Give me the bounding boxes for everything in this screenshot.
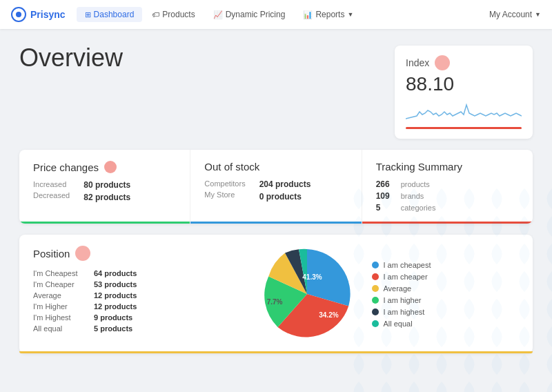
main-content: Overview Index 88.10 Price changes (0, 29, 552, 370)
account-dropdown-icon: ▼ (535, 11, 541, 18)
increased-label: Increased (33, 180, 70, 188)
increased-value: 80 products (83, 180, 130, 190)
pos-label-1: I'm Cheaper (33, 280, 88, 288)
position-bottom-bar (19, 351, 533, 353)
sparkline (406, 99, 522, 124)
price-changes-body: Increased Decreased 80 products 82 produ… (33, 180, 176, 202)
my-store-label: My Store (204, 190, 245, 199)
legend-item-0: I am cheapest (372, 261, 431, 269)
legend-label-2: Average (383, 284, 411, 293)
stats-row: Price changes Increased Decreased 80 pro… (19, 150, 533, 224)
out-of-stock-title: Out of stock (204, 161, 259, 173)
reports-dropdown-icon: ▼ (347, 11, 353, 18)
my-account-button[interactable]: My Account ▼ (489, 10, 541, 19)
categories-num: 5 (376, 203, 397, 213)
nav-item-dashboard[interactable]: ⊞ Dashboard (77, 7, 143, 22)
position-indicator (75, 246, 90, 261)
price-changes-values: 80 products 82 products (83, 180, 130, 202)
nav-item-reports[interactable]: 📊 Reports ▼ (295, 7, 362, 22)
tracking-body: 266 products 109 brands 5 categories (376, 179, 519, 213)
position-row-1: I'm Cheaper 53 products (33, 280, 171, 288)
pos-value-1: 53 products (94, 280, 137, 288)
position-row-2: Average 12 products (33, 291, 171, 300)
legend-item-2: Average (372, 284, 431, 293)
position-card: Position I'm Cheapest 64 products I'm Ch… (19, 235, 533, 353)
out-of-stock-card: Out of stock Competitors My Store 204 pr… (190, 150, 362, 224)
header-row: Overview Index 88.10 (19, 46, 533, 139)
tracking-row-categories: 5 categories (376, 203, 519, 213)
tracking-row-products: 266 products (376, 179, 519, 189)
pie-chart: 41.3% 34.2% 7.7% (259, 246, 355, 342)
pos-label-0: I'm Cheapest (33, 269, 88, 277)
price-changes-labels: Increased Decreased (33, 180, 70, 202)
nav-item-dynamic-pricing[interactable]: 📈 Dynamic Pricing (205, 7, 294, 22)
out-of-stock-body: Competitors My Store 204 products 0 prod… (204, 179, 347, 202)
price-changes-indicator (104, 161, 117, 173)
legend-dot-5 (372, 320, 379, 327)
legend-dot-4 (372, 308, 379, 315)
legend-label-5: All equal (383, 320, 412, 328)
price-changes-card: Price changes Increased Decreased 80 pro… (19, 150, 190, 224)
price-changes-bar (19, 222, 190, 224)
nav-label-reports: Reports (315, 10, 344, 19)
logo[interactable]: Prisync (11, 7, 66, 22)
out-of-stock-labels: Competitors My Store (204, 179, 245, 202)
position-row-5: All equal 5 products (33, 324, 171, 333)
nav-label-pricing: Dynamic Pricing (226, 10, 286, 19)
price-changes-title: Price changes (33, 161, 99, 173)
nav-item-products[interactable]: 🏷 Products (144, 7, 203, 22)
index-label: Index (406, 57, 429, 68)
legend-dot-3 (372, 297, 379, 304)
products-num: 266 (376, 179, 397, 189)
brands-num: 109 (376, 191, 397, 201)
legend-dot-2 (372, 285, 379, 292)
nav-items: ⊞ Dashboard 🏷 Products 📈 Dynamic Pricing… (77, 7, 489, 22)
pos-label-4: I'm Highest (33, 313, 88, 322)
tracking-title: Tracking Summary (376, 161, 462, 173)
position-left: Position I'm Cheapest 64 products I'm Ch… (33, 246, 171, 342)
out-of-stock-header: Out of stock (204, 161, 347, 173)
position-row-3: I'm Higher 12 products (33, 302, 171, 311)
index-indicator (435, 55, 450, 70)
logo-text: Prisync (30, 9, 66, 20)
legend-label-0: I am cheapest (383, 261, 431, 269)
index-value: 88.10 (406, 73, 522, 95)
position-title: Position (33, 248, 70, 259)
navbar: Prisync ⊞ Dashboard 🏷 Products 📈 Dynamic… (0, 0, 552, 29)
categories-lbl: categories (401, 204, 436, 212)
legend-item-5: All equal (372, 320, 431, 328)
position-rows: I'm Cheapest 64 products I'm Cheaper 53 … (33, 269, 171, 333)
pie-label-77: 7.7% (267, 298, 283, 306)
products-icon: 🏷 (152, 10, 159, 19)
tracking-summary-card: Tracking Summary 266 products 109 brands… (362, 150, 533, 224)
index-header: Index (406, 55, 522, 70)
index-card: Index 88.10 (395, 46, 533, 139)
position-header: Position (33, 246, 171, 261)
legend-dot-1 (372, 273, 379, 280)
products-lbl: products (401, 180, 430, 188)
competitors-value: 204 products (259, 179, 311, 189)
competitors-label: Competitors (204, 179, 245, 188)
legend-item-1: I am cheaper (372, 273, 431, 281)
tracking-bar (362, 222, 533, 224)
reports-icon: 📊 (303, 10, 313, 19)
nav-label-dashboard: Dashboard (94, 10, 135, 19)
index-bar (406, 127, 522, 129)
my-account-label: My Account (489, 10, 532, 19)
legend-item-3: I am higher (372, 296, 431, 304)
legend-item-4: I am highest (372, 308, 431, 316)
chart-legend: I am cheapest I am cheaper Average I am … (372, 261, 431, 328)
pos-label-5: All equal (33, 324, 88, 333)
pos-value-4: 9 products (94, 313, 132, 322)
pos-value-3: 12 products (94, 302, 137, 311)
pie-label-413: 41.3% (302, 273, 322, 280)
out-of-stock-values: 204 products 0 products (259, 179, 311, 202)
legend-label-3: I am higher (383, 296, 421, 304)
dashboard-icon: ⊞ (85, 10, 91, 19)
pos-label-3: I'm Higher (33, 302, 88, 311)
pos-value-2: 12 products (94, 291, 137, 300)
chart-area: 41.3% 34.2% 7.7% I am cheapest I am chea… (171, 246, 519, 342)
price-changes-header: Price changes (33, 161, 176, 173)
nav-label-products: Products (162, 10, 195, 19)
tracking-header: Tracking Summary (376, 161, 519, 173)
